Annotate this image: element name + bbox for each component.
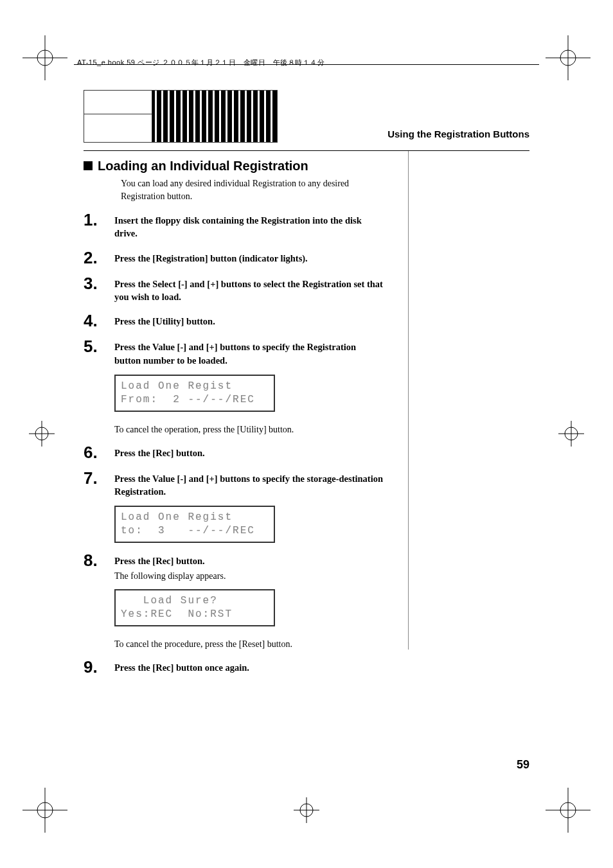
lcd-line: to: 3 --/--/REC	[121, 524, 269, 538]
cancel-note: To cancel the procedure, press the [Rese…	[114, 639, 384, 650]
crop-mark-bottom-left	[22, 788, 67, 833]
step-text: Press the [Rec] button.	[114, 554, 384, 567]
step-item: 9. Press the [Rec] button once again.	[84, 659, 529, 675]
crop-mark-top-left	[22, 35, 67, 80]
lcd-display: Load One Regist to: 3 --/--/REC	[114, 506, 275, 543]
step-text: Press the [Rec] button.	[114, 447, 384, 459]
step-item: 2. Press the [Registration] button (indi…	[84, 249, 529, 266]
header-filename: AT-15_e.book 59 ページ ２００５年１月２１日 金曜日 午後８時１…	[77, 58, 324, 67]
subsection-heading: Loading an Individual Registration	[84, 159, 529, 173]
step-number: 9.	[84, 659, 114, 675]
step-text: Press the [Rec] button once again.	[114, 661, 384, 674]
step-number: 6.	[84, 444, 114, 461]
lcd-line: Load One Regist	[121, 511, 269, 524]
step-number: 1.	[84, 211, 114, 228]
step-text: Press the [Registration] button (indicat…	[114, 252, 384, 265]
lcd-line: Load One Regist	[121, 380, 269, 393]
lcd-line: Load Sure?	[121, 594, 269, 608]
section-divider	[84, 150, 529, 151]
lcd-display: Load One Regist From: 2 --/--/REC	[114, 375, 275, 412]
lcd-line: Yes:REC No:RST	[121, 608, 269, 621]
step-item: 3. Press the Select [-] and [+] buttons …	[84, 275, 529, 304]
square-bullet-icon	[84, 161, 93, 170]
registration-mark-left	[29, 421, 55, 447]
keyboard-diagram	[84, 90, 278, 143]
step-number: 5.	[84, 338, 114, 355]
cancel-note: To cancel the operation, press the [Util…	[114, 425, 384, 435]
intro-text: You can load any desired individual Regi…	[121, 177, 371, 202]
following-display-note: The following display appears.	[114, 571, 384, 581]
registration-mark-right	[558, 421, 584, 447]
heading-text: Loading an Individual Registration	[98, 159, 308, 173]
step-item: 6. Press the [Rec] button.	[84, 444, 529, 461]
crop-mark-top-right	[546, 35, 591, 80]
step-number: 8.	[84, 552, 114, 569]
step-text: Press the [Utility] button.	[114, 315, 384, 328]
step-item: 8. Press the [Rec] button. The following…	[84, 552, 529, 650]
step-item: 1. Insert the floppy disk containing the…	[84, 211, 529, 240]
step-item: 4. Press the [Utility] button.	[84, 312, 529, 329]
step-number: 7.	[84, 470, 114, 486]
registration-mark-bottom	[294, 797, 319, 823]
section-title: Using the Registration Buttons	[387, 128, 529, 139]
step-item: 7. Press the Value [-] and [+] buttons t…	[84, 470, 529, 543]
column-rule	[408, 151, 409, 650]
page-number: 59	[517, 758, 529, 772]
step-text: Insert the floppy disk containing the Re…	[114, 214, 384, 240]
step-text: Press the Value [-] and [+] buttons to s…	[114, 472, 384, 499]
step-text: Press the Value [-] and [+] buttons to s…	[114, 341, 384, 367]
lcd-display: Load Sure? Yes:REC No:RST	[114, 589, 275, 626]
step-number: 4.	[84, 312, 114, 329]
step-number: 3.	[84, 275, 114, 292]
crop-mark-bottom-right	[546, 788, 591, 833]
lcd-line: From: 2 --/--/REC	[121, 393, 269, 407]
step-text: Press the Select [-] and [+] buttons to …	[114, 278, 384, 304]
step-number: 2.	[84, 249, 114, 266]
step-item: 5. Press the Value [-] and [+] buttons t…	[84, 338, 529, 434]
